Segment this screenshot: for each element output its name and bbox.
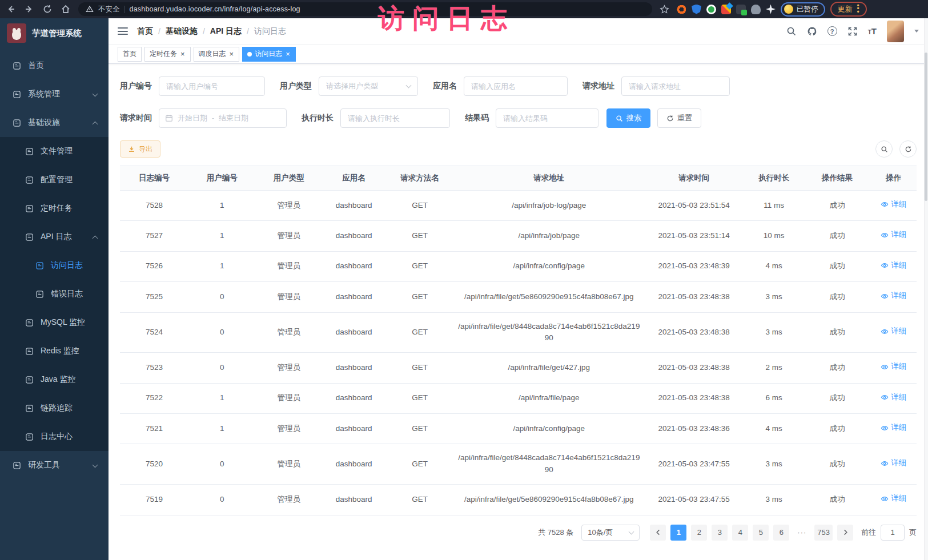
detail-link[interactable]: 详细 xyxy=(881,392,906,404)
refresh-table-button[interactable] xyxy=(899,140,917,158)
sidebar-item[interactable]: 文件管理 xyxy=(0,137,109,166)
page-button[interactable]: 753 xyxy=(814,525,833,541)
time-cell: 2021-05-03 23:48:38 xyxy=(644,383,744,413)
tab-label: 首页 xyxy=(123,49,136,59)
close-icon[interactable]: × xyxy=(229,50,235,58)
reload-icon[interactable] xyxy=(42,4,53,14)
scrollbar-thumb[interactable] xyxy=(925,53,927,201)
tab[interactable]: 首页 xyxy=(118,47,142,62)
profile-paused-badge[interactable]: 已暂停 xyxy=(781,2,825,17)
home-icon[interactable] xyxy=(61,4,71,14)
show-search-button[interactable] xyxy=(875,140,893,158)
sidebar-item[interactable]: 系统管理 xyxy=(0,80,109,108)
export-button[interactable]: 导出 xyxy=(120,140,160,158)
breadcrumb-item[interactable]: API 日志 xyxy=(210,26,242,37)
next-page-button[interactable] xyxy=(837,525,853,541)
page-button[interactable]: 1 xyxy=(670,525,686,541)
sidebar-item[interactable]: MySQL 监控 xyxy=(0,308,109,337)
page-button[interactable]: 6 xyxy=(773,525,789,541)
prev-page-button[interactable] xyxy=(650,525,666,541)
sidebar-item[interactable]: 基础设施 xyxy=(0,108,109,137)
extension-icon-4[interactable] xyxy=(721,5,731,14)
detail-link[interactable]: 详细 xyxy=(881,325,906,337)
request-time-range-picker[interactable]: 开始日期 - 结束日期 xyxy=(159,108,287,128)
sidebar-item[interactable]: 定时任务 xyxy=(0,194,109,223)
browser-menu-icon[interactable]: ••• xyxy=(857,5,859,14)
chevron-icon xyxy=(93,462,98,468)
sidebar-item[interactable]: API 日志 xyxy=(0,223,109,251)
font-size-icon[interactable]: TT xyxy=(868,27,877,35)
search-button[interactable]: 搜索 xyxy=(606,108,650,128)
extension-icon-7[interactable] xyxy=(766,5,776,14)
app-logo[interactable]: 芋道管理系统 xyxy=(0,18,109,48)
sidebar-item[interactable]: 错误日志 xyxy=(0,280,109,308)
detail-link[interactable]: 详细 xyxy=(881,422,906,434)
search-icon[interactable] xyxy=(786,26,797,37)
browser-url-bar[interactable]: 不安全 dashboard.yudao.iocoder.cn/infra/log… xyxy=(78,2,652,16)
app-name-input[interactable] xyxy=(464,76,568,96)
back-icon[interactable] xyxy=(6,4,16,14)
detail-link[interactable]: 详细 xyxy=(881,290,906,302)
sidebar-item[interactable]: 日志中心 xyxy=(0,422,109,451)
goto-page-input[interactable] xyxy=(881,525,905,541)
result-code-input[interactable] xyxy=(496,108,598,128)
detail-link[interactable]: 详细 xyxy=(881,199,906,211)
page-button[interactable]: ··· xyxy=(794,525,810,541)
extension-icon-6[interactable] xyxy=(751,5,761,14)
page-button[interactable]: 3 xyxy=(712,525,728,541)
avatar[interactable] xyxy=(887,21,904,42)
eye-icon xyxy=(881,393,889,401)
detail-link[interactable]: 详细 xyxy=(881,493,906,505)
caret-down-icon[interactable] xyxy=(914,30,919,35)
sidebar-item-label: 研发工具 xyxy=(28,460,60,470)
page-button[interactable]: 5 xyxy=(753,525,769,541)
sidebar-item[interactable]: 首页 xyxy=(0,51,109,80)
sidebar-item[interactable]: 配置管理 xyxy=(0,166,109,194)
hamburger-icon[interactable] xyxy=(118,27,128,35)
detail-link[interactable]: 详细 xyxy=(881,361,906,373)
duration-input[interactable] xyxy=(340,108,450,128)
help-icon[interactable]: ? xyxy=(827,26,837,36)
user-id-cell: 1 xyxy=(188,414,255,444)
breadcrumb-item[interactable]: 首页 xyxy=(137,26,153,37)
infrastructure-icon xyxy=(13,119,21,127)
api-log-icon xyxy=(25,233,34,241)
page-button[interactable]: 4 xyxy=(732,525,748,541)
extension-icon-5[interactable] xyxy=(736,5,746,14)
forward-icon[interactable] xyxy=(24,4,34,14)
method-cell: GET xyxy=(385,312,454,353)
scrollbar[interactable] xyxy=(924,18,928,560)
sidebar-item[interactable]: Redis 监控 xyxy=(0,337,109,365)
breadcrumb-item[interactable]: 基础设施 xyxy=(166,26,198,37)
github-icon[interactable] xyxy=(807,26,817,37)
breadcrumb-item[interactable]: 访问日志 xyxy=(254,26,286,37)
fullscreen-icon[interactable] xyxy=(847,26,858,37)
close-icon[interactable]: × xyxy=(180,50,186,58)
tab[interactable]: 定时任务 × xyxy=(144,47,191,62)
tab[interactable]: 访问日志 × xyxy=(242,47,296,62)
user-id-input[interactable] xyxy=(159,76,265,96)
request-url-input[interactable] xyxy=(621,76,730,96)
extension-icon-3[interactable] xyxy=(706,5,716,14)
user-type-select[interactable]: 请选择用户类型 xyxy=(319,76,418,96)
sidebar-item[interactable]: Java 监控 xyxy=(0,365,109,394)
reset-button[interactable]: 重置 xyxy=(657,108,701,128)
extension-icon-2[interactable] xyxy=(692,5,701,14)
duration-cell: 10 ms xyxy=(744,221,804,251)
bookmark-star-icon[interactable] xyxy=(660,5,669,14)
sidebar-item[interactable]: 研发工具 xyxy=(0,451,109,480)
sidebar-item[interactable]: 链路追踪 xyxy=(0,394,109,422)
column-header: 操作 xyxy=(870,166,917,191)
detail-link[interactable]: 详细 xyxy=(881,260,906,272)
close-icon[interactable]: × xyxy=(285,50,291,58)
chevron-icon xyxy=(93,122,98,127)
detail-link[interactable]: 详细 xyxy=(881,457,906,469)
detail-link[interactable]: 详细 xyxy=(881,229,906,241)
browser-update-button[interactable]: 更新 ••• xyxy=(830,2,867,17)
tab[interactable]: 调度日志 × xyxy=(194,47,240,62)
table-row: 7527 1 管理员 dashboard GET /api/infra/job/… xyxy=(120,221,917,251)
extension-icon-1[interactable] xyxy=(677,5,686,14)
page-button[interactable]: 2 xyxy=(691,525,707,541)
page-size-select[interactable]: 10条/页 xyxy=(581,525,640,541)
sidebar-item[interactable]: 访问日志 xyxy=(0,251,109,280)
